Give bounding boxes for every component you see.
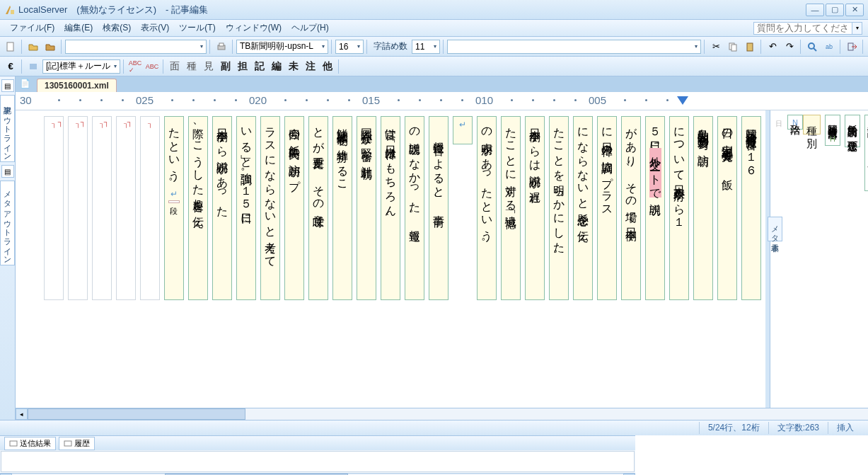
new-doc-icon[interactable]	[3, 39, 18, 55]
cjk-hen[interactable]: 編	[269, 59, 284, 74]
text-column[interactable]: ５日に外交ルートで説明	[645, 116, 665, 300]
text-column[interactable]: があり、その場で日本側	[621, 116, 641, 300]
find-icon[interactable]	[804, 39, 820, 55]
text-column[interactable]: 官は「日米韓はもちろん、	[381, 116, 400, 300]
status-mode: 挿入	[828, 422, 862, 434]
minimize-button[interactable]: —	[806, 4, 824, 16]
file-tab[interactable]: 1305160001.xml	[37, 79, 117, 92]
text-column[interactable]: ↵	[453, 116, 473, 144]
font-name-select[interactable]: TB新聞明朝-upsn-L▾	[236, 40, 328, 54]
cjk-mi[interactable]: 未	[286, 59, 301, 74]
text-column[interactable]: の説明はなかった。報道	[405, 116, 424, 300]
cjk-tan[interactable]: 担	[235, 59, 250, 74]
spellcheck2-icon[interactable]: ABC	[144, 59, 160, 74]
app-icon	[4, 4, 16, 16]
sidebar-btn1[interactable]: ▤	[1, 79, 14, 92]
text-column[interactable]: 日の定例記者会見で、飯	[717, 116, 737, 300]
font-size-select[interactable]: 16▾	[335, 40, 364, 54]
menu-help[interactable]: ヘルプ(H)	[287, 21, 333, 35]
sidebar-btn2[interactable]: ▤	[1, 165, 14, 178]
empty-column: ┐	[140, 116, 160, 300]
cjk-chu[interactable]: 注	[303, 59, 318, 74]
jizume-select[interactable]: 11▾	[412, 40, 440, 54]
svg-rect-6	[747, 43, 753, 51]
cut-icon[interactable]: ✂	[708, 39, 724, 55]
open-folder2-icon[interactable]	[42, 39, 58, 55]
dock-tab-send[interactable]: 送信結果	[4, 437, 56, 450]
text-column[interactable]: とが重要だ。その意味で、	[308, 116, 328, 300]
maximize-button[interactable]: ▢	[826, 4, 844, 16]
close-button[interactable]: ✕	[845, 4, 864, 16]
style-select[interactable]: [記]標準＋ルール▾	[42, 59, 120, 74]
menu-tool[interactable]: ツール(T)	[175, 21, 219, 35]
svg-rect-1	[7, 42, 13, 51]
sidebar-tab-meta[interactable]: メタ アウトライン	[0, 181, 15, 265]
text-column[interactable]: ラスにならないと考えて	[260, 116, 280, 300]
empty-column: ┐	[116, 116, 136, 300]
bottom-dock: 送信結果 履歴 ◂ ▸	[0, 435, 635, 472]
text-column[interactable]: たという。↵段	[164, 116, 184, 300]
print-icon[interactable]	[214, 39, 229, 55]
text-column[interactable]: たことに対する「遺憾」	[501, 116, 521, 300]
text-column[interactable]: 韓国外務省報道官は１６	[741, 116, 761, 300]
text-editor[interactable]: 韓国外務省報道官は１６日の定例記者会見で、飯島勲内閣官房参与の訪朝について日本政…	[16, 110, 765, 408]
paste-icon[interactable]	[742, 39, 758, 55]
menu-view[interactable]: 表示(V)	[137, 21, 173, 35]
svg-rect-10	[30, 64, 37, 69]
open-folder-icon[interactable]	[25, 39, 41, 55]
file-tab-strip: 📄 1305160001.xml ◂ ▸ ✕	[16, 76, 868, 92]
replace-icon[interactable]: ab	[821, 39, 837, 55]
empty-column: ┐	[92, 116, 112, 300]
help-search-dropdown[interactable]: ▾	[852, 22, 862, 35]
text-column[interactable]: にならないと懸念を伝え	[573, 116, 593, 300]
text-column[interactable]: 日本側から説明があった	[212, 116, 232, 300]
undo-icon[interactable]: ↶	[765, 39, 780, 55]
ruler-marker-icon[interactable]	[677, 96, 688, 105]
copy-icon[interactable]	[725, 39, 741, 55]
text-column[interactable]: 日本側からは説明が遅れ	[525, 116, 545, 300]
cjk-ki[interactable]: 記	[252, 59, 267, 74]
menu-search[interactable]: 検索(S)	[98, 21, 135, 35]
horizontal-scrollbar[interactable]: ◂ ▸	[16, 408, 868, 420]
extra-combo[interactable]: ▾	[447, 40, 701, 54]
text-column[interactable]: たことを明らかにした。	[549, 116, 569, 300]
text-column[interactable]: 報道官によると、事前	[429, 116, 449, 300]
text-column[interactable]: の表明があったという。	[477, 116, 497, 300]
meta-pane: 05 メタ非表示 見出し 日米韓協調にマイナス＝ 飯島氏訪朝で懸念伝達― 韓国外…	[770, 110, 868, 408]
cjk-men[interactable]: 面	[167, 59, 183, 74]
text-column[interactable]: に日米韓の協調にプラス	[597, 116, 617, 300]
cjk-fuku[interactable]: 副	[218, 59, 233, 74]
meta-headline-1: 日米韓協調にマイナス＝	[864, 115, 868, 191]
svg-rect-0	[11, 10, 14, 14]
spellcheck-icon[interactable]: ABC✓	[127, 59, 143, 74]
toggle-icon[interactable]	[25, 59, 41, 74]
cjk-shu[interactable]: 種	[184, 59, 199, 74]
cjk-ta[interactable]: 他	[320, 59, 335, 74]
dock-tab-history[interactable]: 履歴	[59, 437, 95, 450]
empty-column: ┐	[44, 116, 64, 300]
doc-combo[interactable]: ▾	[65, 40, 207, 54]
svg-point-7	[809, 43, 814, 49]
euro-icon[interactable]: €	[3, 59, 18, 74]
main-toolbar: ▾ TB新聞明朝-upsn-L▾ 16▾ 字詰め数 11▾ ▾ ✂ ↶ ↷ ab	[0, 37, 868, 57]
cjk-ken[interactable]: 見	[201, 59, 216, 74]
ruler: 30 025 020 015 010 005	[16, 92, 868, 110]
menu-window[interactable]: ウィンドウ(W)	[221, 21, 286, 35]
text-column[interactable]: 今回の飯島氏の訪朝がプ	[284, 116, 304, 300]
help-search-input[interactable]	[753, 22, 852, 35]
menu-file[interactable]: ファイル(F)	[6, 21, 59, 35]
sidebar-tab-article[interactable]: 記事 アウトライン	[0, 95, 15, 162]
meta-hide-button[interactable]: メタ非表示	[768, 217, 782, 241]
window-title: LocalServer (無効なライセンス) - 記事編集	[18, 4, 806, 16]
text-column[interactable]: 島勲内閣官房参与の訪朝	[693, 116, 713, 300]
text-column[interactable]: いる」と強調。１５日に	[236, 116, 256, 300]
document-main: 📄 1305160001.xml ◂ ▸ ✕ 30 025 020 015 01…	[16, 76, 868, 420]
exit-icon[interactable]	[844, 39, 860, 55]
menu-edit[interactable]: 編集(E)	[60, 21, 97, 35]
redo-icon[interactable]: ↷	[782, 39, 797, 55]
text-column[interactable]: 国際社会が緊密な対北朝	[357, 116, 376, 300]
text-column[interactable]: 鮮協調体制を維持するこ	[332, 116, 352, 300]
text-column[interactable]: について日本政府から１	[669, 116, 689, 300]
editor-pane: 韓国外務省報道官は１６日の定例記者会見で、飯島勲内閣官房参与の訪朝について日本政…	[16, 110, 868, 408]
text-column[interactable]: 際、こうした趣旨を伝え	[188, 116, 208, 300]
